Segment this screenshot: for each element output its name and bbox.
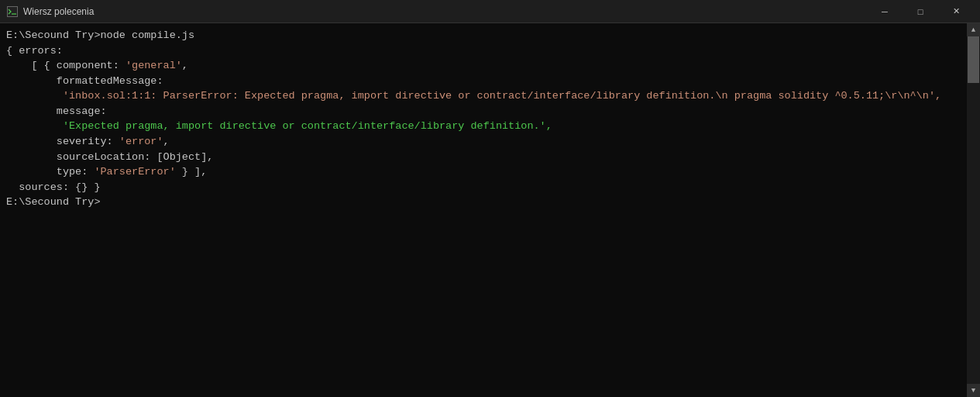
titlebar-controls: ─ □ ✕ xyxy=(867,0,974,23)
terminal-line: sourceLocation: [Object], xyxy=(6,150,961,165)
terminal-line: type: 'ParserError' } ], xyxy=(6,164,961,180)
scroll-up-arrow[interactable]: ▲ xyxy=(967,23,980,36)
minimize-button[interactable]: ─ xyxy=(867,0,903,23)
terminal-line: { errors: xyxy=(6,43,961,59)
scrollbar[interactable]: ▲ ▼ xyxy=(967,23,980,397)
svg-rect-0 xyxy=(8,6,18,16)
terminal-line: sources: {} } xyxy=(6,180,961,195)
terminal-line: [ { component: 'general', xyxy=(6,58,961,74)
titlebar-left: Wiersz polecenia xyxy=(6,5,94,18)
terminal-content[interactable]: E:\Secound Try>node compile.js{ errors: … xyxy=(0,23,967,397)
terminal-line: formattedMessage: xyxy=(6,74,961,89)
terminal-line: message: xyxy=(6,104,961,119)
maximize-button[interactable]: □ xyxy=(903,0,938,23)
window: Wiersz polecenia ─ □ ✕ E:\Secound Try>no… xyxy=(0,0,980,397)
terminal-line: 'Expected pragma, import directive or co… xyxy=(6,119,961,134)
terminal-line: 'inbox.sol:1:1: ParserError: Expected pr… xyxy=(6,88,961,104)
scroll-down-arrow[interactable]: ▼ xyxy=(967,384,980,397)
scroll-thumb[interactable] xyxy=(968,36,979,83)
terminal-line: E:\Secound Try> xyxy=(6,195,961,210)
titlebar: Wiersz polecenia ─ □ ✕ xyxy=(0,0,980,23)
terminal-icon xyxy=(6,5,19,18)
terminal-body: E:\Secound Try>node compile.js{ errors: … xyxy=(0,23,980,397)
terminal-line: severity: 'error', xyxy=(6,134,961,150)
scroll-track[interactable] xyxy=(967,36,980,384)
terminal-line: E:\Secound Try>node compile.js xyxy=(6,28,961,43)
titlebar-title: Wiersz polecenia xyxy=(23,6,94,17)
close-button[interactable]: ✕ xyxy=(938,0,974,23)
